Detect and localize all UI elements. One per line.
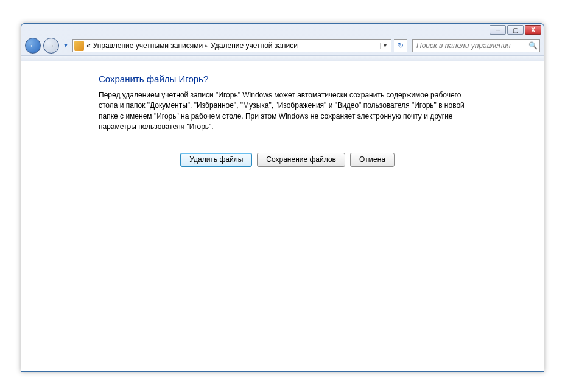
refresh-icon: ↻ <box>398 41 404 50</box>
breadcrumb-item-delete[interactable]: Удаление учетной записи <box>211 41 298 50</box>
breadcrumb: « Управление учетными записями ▸ Удалени… <box>86 41 298 50</box>
save-files-button[interactable]: Сохранение файлов <box>257 153 345 167</box>
nav-forward-button[interactable]: → <box>43 38 59 54</box>
titlebar: ─ ▢ X <box>21 24 544 36</box>
breadcrumb-item-accounts[interactable]: Управление учетными записями <box>93 41 203 50</box>
address-bar[interactable]: « Управление учетными записями ▸ Удалени… <box>72 39 391 52</box>
content-inner: Сохранить файлы Игорь? Перед удалением у… <box>99 74 476 133</box>
search-box: 🔍 <box>412 39 540 52</box>
separator <box>0 144 468 144</box>
breadcrumb-prefix: « <box>86 41 91 50</box>
control-panel-window: ─ ▢ X ← → ▼ « Управление учетными запися… <box>21 23 544 372</box>
nav-back-button[interactable]: ← <box>25 38 41 54</box>
minimize-button[interactable]: ─ <box>490 25 506 35</box>
cancel-button[interactable]: Отмена <box>350 153 395 167</box>
close-button[interactable]: X <box>525 25 541 35</box>
arrow-right-icon: → <box>47 41 55 50</box>
chevron-right-icon[interactable]: ▸ <box>205 43 208 49</box>
page-description: Перед удалением учетной записи "Игорь" W… <box>99 90 476 133</box>
arrow-left-icon: ← <box>29 41 37 50</box>
address-dropdown[interactable]: ▼ <box>380 43 390 49</box>
search-input[interactable] <box>413 41 526 50</box>
content-area: Сохранить файлы Игорь? Перед удалением у… <box>21 61 544 371</box>
control-panel-icon <box>74 41 84 51</box>
delete-files-button[interactable]: Удалить файлы <box>180 153 252 167</box>
search-icon[interactable]: 🔍 <box>526 41 539 50</box>
page-heading: Сохранить файлы Игорь? <box>99 74 476 84</box>
maximize-button[interactable]: ▢ <box>507 25 524 35</box>
window-controls: ─ ▢ X <box>490 25 541 35</box>
refresh-button[interactable]: ↻ <box>394 39 407 52</box>
toolbar-divider <box>21 55 544 61</box>
nav-history-dropdown[interactable]: ▼ <box>61 40 70 51</box>
navigation-row: ← → ▼ « Управление учетными записями ▸ У… <box>21 36 544 55</box>
button-row: Удалить файлы Сохранение файлов Отмена <box>0 153 395 167</box>
